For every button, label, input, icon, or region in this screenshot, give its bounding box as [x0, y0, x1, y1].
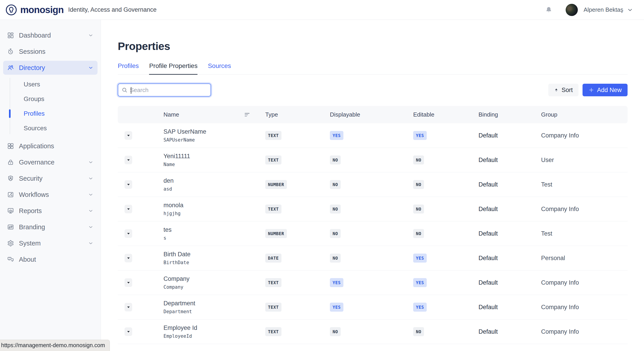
sidebar-item-label: Reports: [19, 207, 42, 215]
wand-icon: [7, 191, 14, 198]
row-expand-button[interactable]: [124, 131, 132, 140]
sidebar-item-dashboard[interactable]: Dashboard: [3, 28, 98, 42]
caret-down-icon: [127, 135, 130, 137]
svg-text:?: ?: [9, 257, 10, 259]
sidebar-item-directory[interactable]: Directory: [3, 61, 98, 75]
sidebar-item-label: Security: [19, 175, 42, 182]
property-name: Birth Date: [164, 251, 265, 258]
table-row: First Name TEXT YES YES Default Personal: [118, 344, 628, 351]
sidebar-item-label: Groups: [24, 95, 44, 103]
brand-tagline: Identity, Access and Governance: [68, 6, 157, 13]
row-expand-button[interactable]: [124, 278, 132, 287]
sidebar-item-governance[interactable]: Governance: [3, 155, 98, 169]
sidebar-item-profiles[interactable]: Profiles: [0, 106, 101, 121]
property-key: Name: [164, 162, 265, 167]
property-name: tes: [164, 226, 265, 233]
property-key: Company: [164, 284, 265, 290]
sort-button[interactable]: Sort: [548, 84, 579, 96]
sidebar-item-applications[interactable]: Applications: [3, 139, 98, 153]
sidebar-item-about[interactable]: ? About: [3, 253, 98, 266]
chevron-down-icon: [88, 65, 94, 70]
group-value: Company Info: [541, 206, 628, 213]
sort-label: Sort: [562, 87, 573, 94]
sidebar-item-sessions[interactable]: Sessions: [3, 44, 98, 58]
caret-down-icon: [127, 184, 130, 186]
caret-down-icon: [127, 233, 130, 235]
sidebar-item-label: Applications: [19, 142, 54, 150]
binding-value: Default: [478, 157, 541, 164]
user-avatar[interactable]: [566, 4, 578, 16]
row-expand-button[interactable]: [124, 303, 132, 311]
table-row: den asd NUMBER NO NO Default Test: [118, 172, 628, 197]
help-chat-icon: ?: [7, 256, 14, 263]
table-row: tes s NUMBER NO NO Default Test: [118, 221, 628, 246]
sort-bars-icon[interactable]: [244, 112, 250, 118]
tab-sources[interactable]: Sources: [208, 62, 231, 74]
caret-down-icon: [127, 257, 130, 259]
property-key: hjgjhg: [164, 211, 265, 216]
editable-badge: NO: [413, 327, 424, 336]
text-caret: [131, 87, 131, 94]
row-expand-button[interactable]: [124, 327, 132, 336]
row-expand-button[interactable]: [124, 180, 132, 189]
plus-icon: [588, 87, 594, 93]
row-expand-button[interactable]: [124, 254, 132, 262]
row-expand-button[interactable]: [124, 205, 132, 213]
tab-profiles[interactable]: Profiles: [118, 62, 139, 74]
add-new-label: Add New: [597, 87, 622, 94]
sidebar-item-branding[interactable]: Branding: [3, 220, 98, 234]
editable-badge: YES: [413, 131, 427, 140]
row-expand-button[interactable]: [124, 156, 132, 164]
lock-icon: [7, 159, 14, 166]
add-new-button[interactable]: Add New: [582, 84, 628, 96]
sidebar-item-label: Branding: [19, 223, 45, 231]
sidebar-item-users[interactable]: Users: [0, 77, 101, 92]
group-value: Company Info: [541, 304, 628, 311]
search-input[interactable]: [130, 87, 208, 94]
user-menu-chevron-icon[interactable]: [627, 7, 633, 13]
group-value: Company Info: [541, 279, 628, 286]
property-key: SAPUserName: [164, 137, 265, 143]
column-header-binding: Binding: [478, 111, 541, 118]
editable-badge: NO: [413, 229, 424, 238]
sidebar-item-security[interactable]: Security: [3, 171, 98, 185]
caret-down-icon: [127, 282, 130, 284]
directory-children: Users Groups Profiles Sources: [0, 77, 101, 135]
sidebar-item-label: Workflows: [19, 191, 49, 198]
row-expand-button[interactable]: [124, 229, 132, 238]
binding-value: Default: [478, 279, 541, 286]
brand: monosign Identity, Access and Governance: [6, 4, 156, 16]
sidebar-item-label: System: [19, 240, 41, 247]
sidebar-item-sources[interactable]: Sources: [0, 121, 101, 135]
sidebar: Dashboard Sessions Directory Users: [0, 20, 101, 351]
table-header: Name Type Displayable Editable Binding G…: [118, 106, 628, 123]
type-badge: TEXT: [265, 303, 282, 312]
caret-down-icon: [127, 159, 130, 161]
sidebar-item-reports[interactable]: Reports: [3, 204, 98, 218]
group-value: Test: [541, 181, 628, 188]
binding-value: Default: [478, 132, 541, 139]
type-badge: TEXT: [265, 155, 282, 164]
notification-bell-icon[interactable]: [545, 6, 552, 14]
property-name: Employee Id: [164, 325, 265, 332]
properties-table: Name Type Displayable Editable Binding G…: [118, 106, 628, 351]
sidebar-item-groups[interactable]: Groups: [0, 92, 101, 106]
sidebar-item-label: Dashboard: [19, 32, 51, 39]
group-value: User: [541, 157, 628, 164]
chevron-down-icon: [88, 192, 94, 197]
stopwatch-icon: [7, 48, 14, 55]
sliders-icon: [7, 224, 14, 230]
group-value: Test: [541, 230, 628, 237]
monosign-logo-icon: [6, 4, 17, 16]
sidebar-item-label: Governance: [19, 159, 54, 166]
tab-profile-properties[interactable]: Profile Properties: [149, 62, 198, 75]
type-badge: TEXT: [265, 205, 282, 214]
sidebar-item-workflows[interactable]: Workflows: [3, 188, 98, 202]
table-body: SAP UserName SAPUserName TEXT YES YES De…: [118, 123, 628, 351]
sidebar-item-system[interactable]: System: [3, 236, 98, 250]
sidebar-item-label: Users: [24, 81, 40, 88]
binding-value: Default: [478, 206, 541, 213]
table-row: Employee Id EmployeeId TEXT NO NO Defaul…: [118, 320, 628, 344]
group-value: Personal: [541, 255, 628, 262]
type-badge: DATE: [265, 254, 282, 263]
